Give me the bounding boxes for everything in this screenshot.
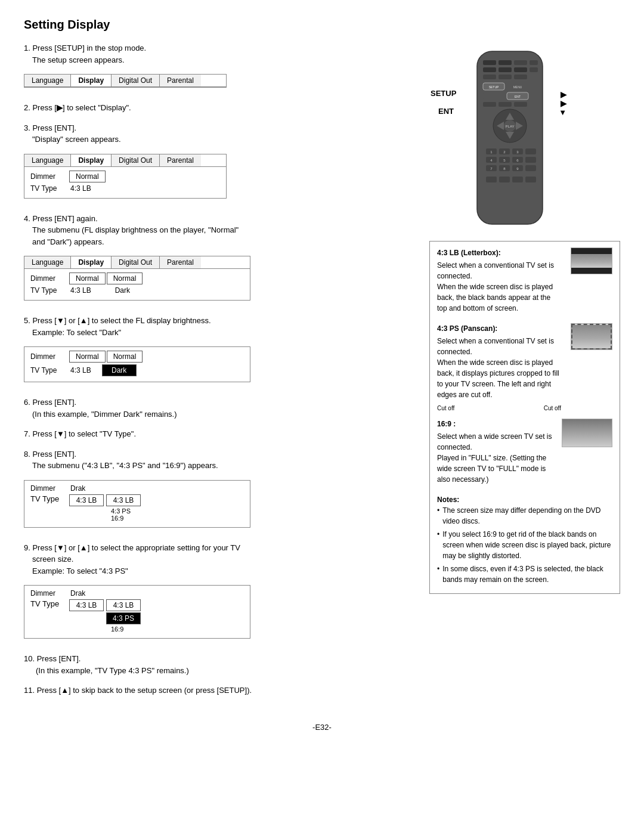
menu-row-dimmer-3: Dimmer Normal Normal bbox=[30, 351, 244, 363]
tvtype-43lb-5b: 4:3 LB bbox=[106, 599, 141, 611]
info-box: 4:3 LB (Letterbox): Select when a conven… bbox=[429, 241, 620, 594]
menu-tabs-0: Language Display Digital Out Parental bbox=[24, 75, 226, 87]
ps-text: Select when a conventional TV set is con… bbox=[437, 336, 561, 400]
step-7: 7. Press [▼] to select "TV Type". bbox=[24, 428, 417, 440]
svg-text:ENT: ENT bbox=[515, 95, 521, 98]
cutoff-right: Cut off bbox=[544, 404, 561, 413]
ps-title: 4:3 PS (Panscan): bbox=[437, 323, 561, 334]
left-column: 1. Press [SETUP] in the stop mode. The s… bbox=[24, 42, 417, 705]
tab2-language: Language bbox=[24, 256, 71, 268]
svg-rect-8 bbox=[530, 67, 538, 72]
lb-text: Select when a conventional TV set is con… bbox=[437, 260, 561, 314]
step-8: 8. Press [ENT]. The submenu ("4:3 LB", "… bbox=[24, 448, 417, 534]
note-2: • If you select 16:9 to get rid of the b… bbox=[437, 529, 612, 561]
tab1-parental: Parental bbox=[160, 154, 201, 166]
tv-image-lb bbox=[571, 247, 612, 274]
tvtype-43lb-a: 4:3 LB bbox=[69, 494, 104, 506]
cutoff-labels: Cut off Cut off bbox=[437, 404, 561, 413]
dimmer-val2: Normal bbox=[107, 273, 143, 284]
menu-box-3: Dimmer Normal Normal TV Type 4:3 LB Dark bbox=[24, 346, 250, 382]
menu-body-2: Dimmer Normal Normal TV Type 4:3 LB Dark bbox=[24, 269, 250, 300]
step-2: 2. Press [▶] to select "Display". bbox=[24, 102, 417, 114]
menu-body-1: Dimmer Normal TV Type 4:3 LB bbox=[24, 167, 226, 198]
svg-rect-11 bbox=[514, 75, 527, 79]
dimmer-val3b: Normal bbox=[107, 351, 143, 363]
svg-rect-6 bbox=[499, 67, 512, 72]
remote-area: SETUP ENT ▶ ▶ ▼ bbox=[465, 48, 620, 229]
svg-rect-9 bbox=[483, 75, 496, 79]
step-6: 6. Press [ENT]. (In this example, "Dimme… bbox=[24, 397, 417, 420]
note-1: • The screen size may differ depending o… bbox=[437, 505, 612, 527]
tab1-display: Display bbox=[71, 154, 112, 166]
menu-tabs-2: Language Display Digital Out Parental bbox=[24, 256, 250, 269]
tv-image-169 bbox=[562, 419, 612, 447]
svg-rect-49 bbox=[525, 165, 536, 171]
169-text: Select when a wide screen TV set is conn… bbox=[437, 431, 552, 485]
info-169: 16:9 : Select when a wide screen TV set … bbox=[437, 419, 612, 488]
svg-rect-1 bbox=[483, 60, 496, 65]
svg-rect-16 bbox=[483, 92, 504, 100]
svg-rect-5 bbox=[483, 67, 496, 72]
info-ps: 4:3 PS (Panscan): Select when a conventi… bbox=[437, 323, 612, 413]
svg-rect-2 bbox=[499, 60, 512, 65]
menu-row-tvtype-4: TV Type 4:3 LB 4:3 LB 4:3 PS 16:9 bbox=[30, 494, 244, 522]
svg-rect-53 bbox=[525, 177, 536, 182]
tab-display: Display bbox=[71, 75, 112, 86]
step-4: 4. Press [ENT] again. The submenu (FL di… bbox=[24, 213, 417, 307]
svg-rect-19 bbox=[483, 102, 496, 107]
tab-digital-out: Digital Out bbox=[112, 75, 160, 86]
step-3: 3. Press [ENT]. "Display" screen appears… bbox=[24, 122, 417, 205]
svg-rect-51 bbox=[499, 177, 510, 182]
step-11: 11. Press [▲] to skip back to the setup … bbox=[24, 685, 417, 696]
tab1-language: Language bbox=[24, 154, 71, 166]
remote-svg: SETUP MENU ENT bbox=[465, 48, 555, 227]
tab2-digital-out: Digital Out bbox=[112, 256, 160, 268]
ent-label: ENT bbox=[438, 107, 454, 116]
menu-row-dimmer-1: Dimmer Normal bbox=[30, 171, 220, 182]
page-footer: -E32- bbox=[24, 723, 620, 732]
info-lb: 4:3 LB (Letterbox): Select when a conven… bbox=[437, 247, 612, 317]
menu-body-3: Dimmer Normal Normal TV Type 4:3 LB Dark bbox=[24, 347, 250, 382]
svg-rect-3 bbox=[514, 60, 527, 65]
tab-parental: Parental bbox=[160, 75, 201, 86]
tv-image-ps bbox=[571, 323, 612, 350]
tab2-display: Display bbox=[71, 256, 112, 268]
menu-row-tvtype-1: TV Type 4:3 LB bbox=[30, 184, 220, 193]
menu-body-5: Dimmer Drak TV Type 4:3 LB 4:3 LB 4:3 PS… bbox=[24, 586, 250, 638]
step-9: 9. Press [▼] or [▲] to select the approp… bbox=[24, 542, 417, 645]
menu-box-4: Dimmer Drak TV Type 4:3 LB 4:3 LB 4:3 PS… bbox=[24, 480, 250, 528]
menu-box-5: Dimmer Drak TV Type 4:3 LB 4:3 LB 4:3 PS… bbox=[24, 585, 250, 639]
note-3: • In some discs, even if 4:3 PS is selec… bbox=[437, 564, 612, 585]
arrow-setup: ▶ bbox=[561, 90, 566, 99]
menu-row-tvtype-5: TV Type 4:3 LB 4:3 LB 4:3 PS 16:9 bbox=[30, 599, 244, 633]
dark-selected: Dark bbox=[102, 364, 137, 376]
dimmer-val1: Normal bbox=[69, 273, 106, 284]
menu-box-2: Language Display Digital Out Parental Di… bbox=[24, 256, 250, 301]
tab-language: Language bbox=[24, 75, 71, 86]
svg-rect-21 bbox=[514, 102, 527, 107]
menu-box-0: Language Display Digital Out Parental bbox=[24, 74, 227, 88]
menu-row-dimmer-4: Dimmer Drak bbox=[30, 484, 244, 493]
svg-rect-10 bbox=[499, 75, 512, 79]
notes-title: Notes: bbox=[437, 494, 612, 505]
notes-section: Notes: • The screen size may differ depe… bbox=[437, 494, 612, 585]
dimmer-value-1: Normal bbox=[69, 171, 106, 182]
lb-title: 4:3 LB (Letterbox): bbox=[437, 247, 561, 258]
menu-body-4: Dimmer Drak TV Type 4:3 LB 4:3 LB 4:3 PS… bbox=[24, 481, 250, 527]
tvtype-43lb-b: 4:3 LB bbox=[106, 494, 141, 506]
dimmer-val3a: Normal bbox=[69, 351, 106, 363]
step-5: 5. Press [▼] or [▲] to select the FL dis… bbox=[24, 315, 417, 388]
right-column: SETUP ENT ▶ ▶ ▼ bbox=[429, 42, 620, 705]
menu-tabs-1: Language Display Digital Out Parental bbox=[24, 154, 226, 167]
169-title: 16:9 : bbox=[437, 419, 552, 429]
step-10: 10. Press [ENT]. (In this example, "TV T… bbox=[24, 653, 417, 676]
menu-row-tvtype-2: TV Type 4:3 LB Dark bbox=[30, 286, 244, 295]
svg-rect-20 bbox=[499, 102, 512, 107]
svg-rect-7 bbox=[514, 67, 527, 72]
svg-rect-4 bbox=[530, 60, 538, 65]
svg-text:MENU: MENU bbox=[513, 85, 522, 89]
tvtype-43lb-5: 4:3 LB bbox=[69, 599, 104, 611]
step-1: 1. Press [SETUP] in the stop mode. The s… bbox=[24, 42, 417, 94]
tvtype-43ps-5: 4:3 PS bbox=[106, 612, 141, 624]
menu-row-tvtype-3: TV Type 4:3 LB Dark bbox=[30, 364, 244, 376]
